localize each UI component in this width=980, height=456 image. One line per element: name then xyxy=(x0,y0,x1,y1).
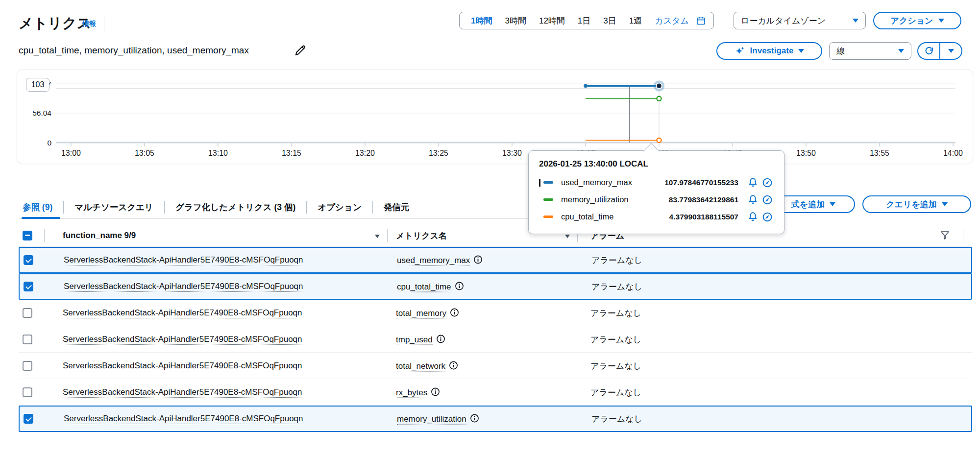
time-range-custom[interactable]: カスタム xyxy=(648,15,695,26)
chevron-down-icon xyxy=(948,49,954,53)
divider xyxy=(44,229,45,242)
table-row[interactable]: ServerlessBackendStack-ApiHandler5E7490E… xyxy=(19,300,972,326)
investigate-compass-icon[interactable] xyxy=(761,212,774,222)
series-color-swatch xyxy=(543,181,553,184)
chart-type-dropdown[interactable]: 線 xyxy=(829,42,911,60)
info-icon[interactable] xyxy=(450,308,459,317)
function-name-link[interactable]: ServerlessBackendStack-ApiHandler5E7490E… xyxy=(64,255,303,265)
svg-text:13:55: 13:55 xyxy=(870,149,889,157)
refresh-button[interactable] xyxy=(918,43,939,59)
chart-tooltip: 2026-01-25 13:40:00 LOCAL used_memory_ma… xyxy=(528,150,784,234)
function-name-link[interactable]: ServerlessBackendStack-ApiHandler5E7490E… xyxy=(64,282,303,292)
info-icon[interactable] xyxy=(470,414,479,423)
investigate-compass-icon[interactable] xyxy=(761,194,774,205)
function-name-link[interactable]: ServerlessBackendStack-ApiHandler5E7490E… xyxy=(64,414,303,424)
filter-funnel-icon[interactable] xyxy=(940,231,950,242)
time-range-option[interactable]: 1週 xyxy=(623,15,648,26)
table-row[interactable]: ServerlessBackendStack-ApiHandler5E7490E… xyxy=(19,379,972,406)
cloudwatch-metrics-page: メトリクス 情報 cpu_total_time, memory_utilizat… xyxy=(0,0,980,456)
edit-title-pencil-icon[interactable] xyxy=(294,44,307,57)
function-name-link[interactable]: ServerlessBackendStack-ApiHandler5E7490E… xyxy=(63,335,302,345)
metric-name-link[interactable]: total_network xyxy=(396,361,445,371)
table-body: ServerlessBackendStack-ApiHandler5E7490E… xyxy=(19,247,972,432)
table-row[interactable]: ServerlessBackendStack-ApiHandler5E7490E… xyxy=(19,273,972,300)
sort-caret-icon[interactable] xyxy=(375,231,380,240)
series-value: 4.379903188115507 xyxy=(663,213,738,221)
alarm-status: アラームなし xyxy=(591,413,642,425)
timezone-dropdown[interactable]: ローカルタイムゾーン xyxy=(734,12,866,29)
info-icon[interactable] xyxy=(431,387,440,396)
create-alarm-bell-icon[interactable] xyxy=(746,177,759,188)
info-icon[interactable] xyxy=(449,360,458,370)
series-name: memory_utilization xyxy=(561,195,663,204)
table-header-row: function_name 9/9 メトリクス名 アラーム xyxy=(19,224,972,247)
table-row[interactable]: ServerlessBackendStack-ApiHandler5E7490E… xyxy=(19,247,972,273)
function-name-link[interactable]: ServerlessBackendStack-ApiHandler5E7490E… xyxy=(63,308,302,318)
series-name: cpu_total_time xyxy=(561,212,663,221)
add-query-button[interactable]: クエリを追加 xyxy=(862,195,971,213)
info-icon[interactable] xyxy=(473,255,483,264)
refresh-options-button[interactable] xyxy=(940,43,961,59)
tab-graphed-metrics[interactable]: グラフ化したメトリクス (3 個) xyxy=(165,195,306,219)
row-checkbox[interactable] xyxy=(23,387,32,397)
alarm-status: アラームなし xyxy=(590,386,641,398)
chevron-down-icon xyxy=(942,202,948,206)
refresh-icon xyxy=(924,46,934,56)
calendar-icon[interactable] xyxy=(695,16,709,25)
title-divider xyxy=(104,16,104,33)
svg-text:13:05: 13:05 xyxy=(135,149,154,157)
metric-name-link[interactable]: used_memory_max xyxy=(397,256,470,266)
metric-name-link[interactable]: total_memory xyxy=(396,308,446,318)
row-checkbox[interactable] xyxy=(24,255,33,265)
row-checkbox[interactable] xyxy=(23,361,32,371)
metrics-chart[interactable]: 056.04112.0713:0013:0513:1013:1513:2013:… xyxy=(17,70,973,164)
actions-button-label: アクション xyxy=(891,15,933,26)
tooltip-series-row: used_memory_max107.97846770155233 xyxy=(539,174,774,191)
table-row[interactable]: ServerlessBackendStack-ApiHandler5E7490E… xyxy=(19,406,972,432)
chevron-down-icon xyxy=(830,202,835,206)
chevron-down-icon xyxy=(938,19,944,23)
function-name-link[interactable]: ServerlessBackendStack-ApiHandler5E7490E… xyxy=(63,361,302,371)
actions-button[interactable]: アクション xyxy=(873,12,961,29)
chart-type-value: 線 xyxy=(836,46,898,57)
row-checkbox[interactable] xyxy=(24,414,33,424)
row-checkbox[interactable] xyxy=(23,308,32,318)
tooltip-timestamp: 2026-01-25 13:40:00 LOCAL xyxy=(539,159,774,169)
line-chart-canvas[interactable]: 056.04112.0713:0013:0513:1013:1513:2013:… xyxy=(17,70,973,164)
time-range-option[interactable]: 3日 xyxy=(597,15,622,26)
series-color-swatch xyxy=(543,216,553,218)
column-header-metric-name[interactable]: メトリクス名 xyxy=(396,230,447,241)
time-range-option[interactable]: 12時間 xyxy=(533,15,571,26)
function-name-link[interactable]: ServerlessBackendStack-ApiHandler5E7490E… xyxy=(63,387,302,398)
add-query-label: クエリを追加 xyxy=(886,199,937,210)
info-link[interactable]: 情報 xyxy=(82,20,96,28)
row-checkbox[interactable] xyxy=(24,282,33,291)
hover-value-badge: 103 xyxy=(26,78,49,92)
tooltip-series-row: memory_utilization83.77983642129861 xyxy=(539,191,774,208)
info-icon[interactable] xyxy=(436,334,445,343)
time-range-option[interactable]: 1時間 xyxy=(465,15,498,26)
tab-source[interactable]: 発信元 xyxy=(373,195,420,219)
time-range-option[interactable]: 3時間 xyxy=(498,15,532,26)
metric-name-link[interactable]: cpu_total_time xyxy=(397,282,451,292)
metric-name-link[interactable]: tmp_used xyxy=(396,335,433,345)
select-all-checkbox[interactable] xyxy=(23,231,32,240)
tab-options[interactable]: オプション xyxy=(307,195,372,219)
investigate-button[interactable]: Investigate xyxy=(716,42,822,60)
time-range-group: 1時間3時間12時間1日3日1週 カスタム xyxy=(459,12,714,29)
column-header-function-name[interactable]: function_name 9/9 xyxy=(63,231,136,240)
tab-multi-source-query[interactable]: マルチソースクエリ xyxy=(64,195,164,219)
page-title: メトリクス xyxy=(19,14,91,33)
table-row[interactable]: ServerlessBackendStack-ApiHandler5E7490E… xyxy=(19,353,972,379)
metric-name-link[interactable]: rx_bytes xyxy=(396,387,427,398)
row-checkbox[interactable] xyxy=(23,335,32,344)
create-alarm-bell-icon[interactable] xyxy=(746,212,759,222)
chevron-down-icon xyxy=(798,49,804,53)
info-icon[interactable] xyxy=(455,282,464,291)
table-row[interactable]: ServerlessBackendStack-ApiHandler5E7490E… xyxy=(19,326,972,353)
tab-browse[interactable]: 参照 (9) xyxy=(19,195,63,219)
create-alarm-bell-icon[interactable] xyxy=(746,194,759,205)
investigate-compass-icon[interactable] xyxy=(761,177,774,188)
time-range-option[interactable]: 1日 xyxy=(571,15,597,26)
metric-name-link[interactable]: memory_utilization xyxy=(397,414,466,425)
